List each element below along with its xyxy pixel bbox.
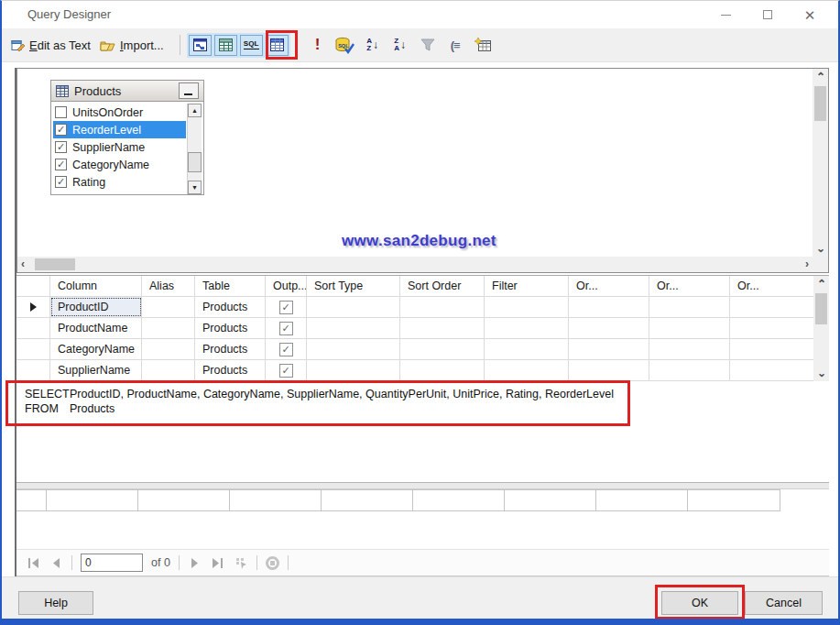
field-list-scrollbar[interactable]: ▲ ▼ [187,104,202,194]
minimize-table-button[interactable] [179,82,199,99]
field-row-categoryname[interactable]: ✓ CategoryName [53,156,186,173]
row-selector[interactable] [16,318,50,338]
maximize-button[interactable] [747,1,789,28]
header-sort-order[interactable]: Sort Order [400,276,485,296]
cell-column[interactable]: ProductID [50,297,142,317]
field-row-unitsonorder[interactable]: UnitsOnOrder [53,104,186,121]
grid-vertical-scrollbar[interactable]: ⌃ ⌄ [813,276,829,381]
sort-ascending-button[interactable]: AZ ↓ [361,33,385,57]
cell-or1[interactable] [569,360,649,380]
results-row-selector[interactable] [16,490,47,510]
output-checkbox[interactable]: ✓ [279,322,293,335]
help-button[interactable]: Help [18,591,93,615]
cell-sort-type[interactable] [307,360,400,380]
results-cell[interactable] [230,490,322,510]
results-cell[interactable] [688,490,780,510]
scroll-down-button[interactable]: ▼ [188,181,202,194]
cell-table[interactable]: Products [195,339,266,359]
cell-table[interactable]: Products [195,297,266,317]
verify-sql-button[interactable]: SQL [333,33,357,57]
cell-table[interactable]: Products [195,360,266,380]
filter-button[interactable] [416,33,440,57]
cell-filter[interactable] [485,297,569,317]
header-or3[interactable]: Or... [730,276,813,296]
scroll-left-icon[interactable]: ‹ [21,258,25,269]
edit-as-text-button[interactable]: Edit as Text [11,38,91,52]
field-row-suppliername[interactable]: ✓ SupplierName [53,138,186,156]
results-cell[interactable] [505,490,596,510]
sort-descending-button[interactable]: ZA ↓ [388,33,412,57]
scroll-thumb[interactable] [35,258,75,270]
scroll-thumb[interactable] [815,293,827,324]
products-table-window[interactable]: Products UnitsOnOrder ✓ ReorderLevel ✓ S… [50,80,204,195]
cell-alias[interactable] [142,297,195,317]
field-checkbox[interactable]: ✓ [55,176,67,188]
grid-row-categoryname[interactable]: CategoryName Products ✓ [16,339,813,360]
results-cell[interactable] [322,490,413,510]
scroll-right-icon[interactable]: › [805,258,809,269]
cancel-query-button[interactable] [266,556,279,570]
cell-filter[interactable] [485,318,569,338]
cell-table[interactable]: Products [195,318,266,338]
row-selector[interactable] [16,339,50,359]
grid-row-productid[interactable]: ProductID Products ✓ [16,297,813,318]
field-checkbox[interactable]: ✓ [55,159,67,170]
scroll-thumb[interactable] [188,152,202,172]
move-to-new-row-button[interactable] [234,555,248,570]
diagram-vertical-scrollbar[interactable]: ⌃ ⌄ [813,69,828,257]
cell-or2[interactable] [649,339,730,359]
row-selector[interactable] [16,360,50,380]
cell-or3[interactable] [730,297,813,317]
header-filter[interactable]: Filter [485,276,569,296]
cancel-button[interactable]: Cancel [745,591,823,615]
cell-or3[interactable] [730,318,813,338]
first-record-button[interactable] [26,555,40,570]
output-checkbox[interactable]: ✓ [279,301,293,314]
header-column[interactable]: Column [50,276,142,296]
grid-row-suppliername[interactable]: SupplierName Products ✓ [16,360,813,381]
minimize-button[interactable] [704,1,747,28]
cell-sort-order[interactable] [400,318,485,338]
field-checkbox[interactable] [55,106,67,118]
cell-sort-type[interactable] [307,297,400,317]
scroll-thumb[interactable] [814,86,826,121]
diagram-pane-button[interactable] [189,35,212,56]
record-number-input[interactable] [81,554,143,572]
group-by-button[interactable]: (≡ [443,33,467,57]
close-button[interactable]: ✕ [789,1,831,28]
cell-filter[interactable] [485,339,569,359]
header-alias[interactable]: Alias [142,276,195,296]
cell-or3[interactable] [730,339,813,359]
field-checkbox[interactable]: ✓ [55,141,67,153]
scroll-down-icon[interactable]: ⌄ [816,243,825,254]
cell-alias[interactable] [142,339,195,359]
scroll-down-icon[interactable]: ⌄ [817,367,826,378]
cell-or1[interactable] [569,318,649,338]
results-cell[interactable] [413,490,505,510]
last-record-button[interactable] [211,555,225,570]
cell-column[interactable]: ProductName [50,318,142,338]
results-cell[interactable] [47,490,138,510]
diagram-horizontal-scrollbar[interactable]: ‹ › [17,257,813,272]
output-checkbox[interactable]: ✓ [279,343,293,356]
execute-button[interactable]: ! [306,33,330,57]
field-row-rating[interactable]: ✓ Rating [53,173,186,191]
grid-row-productname[interactable]: ProductName Products ✓ [16,318,813,339]
row-selector[interactable] [16,297,50,317]
cell-sort-order[interactable] [400,339,485,359]
cell-or3[interactable] [730,360,813,380]
output-checkbox[interactable]: ✓ [279,364,293,378]
results-cell[interactable] [596,490,688,510]
scroll-up-button[interactable]: ▲ [188,104,202,117]
header-or1[interactable]: Or... [569,276,649,296]
grid-pane-button[interactable] [214,35,237,56]
cell-alias[interactable] [142,360,195,380]
header-or2[interactable]: Or... [649,276,730,296]
header-table[interactable]: Table [195,276,266,296]
sql-pane-button[interactable]: SQL [240,35,263,56]
field-row-reorderlevel-selected[interactable]: ✓ ReorderLevel [53,121,186,138]
scroll-up-icon[interactable]: ⌃ [817,279,826,290]
header-output[interactable]: Outp... [266,276,307,296]
cell-or2[interactable] [649,318,730,338]
cell-filter[interactable] [485,360,569,380]
